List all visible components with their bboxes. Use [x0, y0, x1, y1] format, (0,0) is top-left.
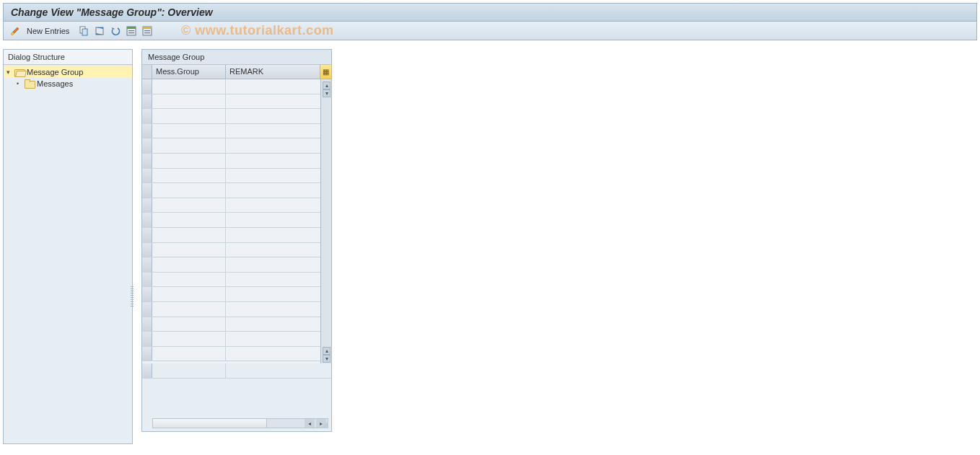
row-selector[interactable]: [142, 124, 152, 138]
grid-cell[interactable]: [226, 332, 320, 346]
grid-cell[interactable]: [226, 302, 320, 317]
row-selector[interactable]: [142, 243, 152, 257]
table-row[interactable]: [142, 228, 320, 243]
table-row[interactable]: [142, 79, 320, 94]
tree-collapse-icon[interactable]: ▾: [6, 69, 12, 76]
row-selector[interactable]: [142, 228, 152, 242]
copy-as-button[interactable]: [76, 24, 91, 38]
table-row[interactable]: [142, 154, 320, 169]
row-selector[interactable]: [142, 363, 152, 378]
row-selector[interactable]: [142, 257, 152, 272]
scroll-thumb[interactable]: [153, 419, 267, 428]
scroll-down-button[interactable]: ▾: [323, 89, 331, 97]
table-row[interactable]: [142, 273, 320, 288]
table-row[interactable]: [142, 183, 320, 198]
tree-node-message-group[interactable]: ▾ Message Group: [4, 66, 132, 78]
grid-cell[interactable]: [226, 94, 320, 109]
grid-cell[interactable]: [152, 273, 226, 287]
table-row[interactable]: [142, 109, 320, 124]
row-selector[interactable]: [142, 213, 152, 227]
grid-cell[interactable]: [152, 302, 226, 317]
grid-cell[interactable]: [152, 317, 226, 332]
grid-cell[interactable]: [226, 124, 320, 138]
grid-cell[interactable]: [226, 138, 320, 153]
grid-cell[interactable]: [226, 79, 320, 94]
grid-cell[interactable]: [152, 79, 226, 94]
scroll-up-button-2[interactable]: ▴: [323, 347, 331, 355]
grid-cell[interactable]: [152, 363, 226, 378]
grid-cell[interactable]: [226, 347, 320, 361]
horizontal-scrollbar[interactable]: ◂ ▸: [152, 418, 328, 428]
undo-button[interactable]: [108, 24, 123, 38]
scroll-left-button[interactable]: ◂: [305, 419, 315, 428]
table-row[interactable]: [142, 94, 320, 110]
row-selector-header[interactable]: [142, 65, 152, 79]
grid-cell[interactable]: [152, 243, 226, 257]
table-row[interactable]: [142, 332, 320, 347]
table-row[interactable]: [142, 213, 320, 228]
grid-cell[interactable]: [152, 154, 226, 168]
row-selector[interactable]: [142, 347, 152, 361]
row-selector[interactable]: [142, 332, 152, 346]
grid-cell[interactable]: [226, 287, 320, 301]
grid-cell[interactable]: [226, 213, 320, 227]
row-selector[interactable]: [142, 302, 152, 317]
grid-cell[interactable]: [152, 332, 226, 346]
grid-cell[interactable]: [152, 347, 226, 361]
grid-cell[interactable]: [226, 257, 320, 272]
row-selector[interactable]: [142, 198, 152, 213]
grid-cell[interactable]: [226, 317, 320, 332]
table-row[interactable]: [142, 169, 320, 184]
grid-cell[interactable]: [152, 257, 226, 272]
grid-cell[interactable]: [226, 243, 320, 257]
row-selector[interactable]: [142, 169, 152, 183]
grid-cell[interactable]: [226, 154, 320, 168]
row-selector[interactable]: [142, 138, 152, 153]
grid-cell[interactable]: [152, 124, 226, 138]
grid-cell[interactable]: [226, 198, 320, 213]
new-entries-button[interactable]: New Entries: [24, 24, 75, 38]
row-selector[interactable]: [142, 79, 152, 94]
grid-cell[interactable]: [226, 109, 320, 123]
grid-cell[interactable]: [152, 94, 226, 109]
splitter-handle[interactable]: [131, 286, 134, 306]
resize-handle-icon[interactable]: [321, 421, 328, 428]
grid-cell[interactable]: [152, 198, 226, 213]
table-row[interactable]: [142, 124, 320, 139]
grid-cell[interactable]: [152, 213, 226, 227]
grid-cell[interactable]: [152, 109, 226, 123]
row-selector[interactable]: [142, 183, 152, 198]
data-grid[interactable]: Mess.Group REMARK: [142, 65, 320, 363]
select-all-button[interactable]: [124, 24, 139, 38]
grid-cell[interactable]: [152, 287, 226, 301]
row-selector[interactable]: [142, 109, 152, 123]
grid-cell[interactable]: [152, 228, 226, 242]
grid-cell[interactable]: [226, 169, 320, 183]
column-header-remark[interactable]: REMARK: [226, 65, 320, 79]
table-row[interactable]: [142, 347, 320, 362]
table-row[interactable]: [142, 198, 320, 213]
row-selector[interactable]: [142, 273, 152, 287]
deselect-all-button[interactable]: [140, 24, 154, 38]
delete-button[interactable]: [92, 24, 107, 38]
grid-cell[interactable]: [152, 183, 226, 198]
row-selector[interactable]: [142, 287, 152, 301]
grid-cell[interactable]: [226, 183, 320, 198]
table-settings-button[interactable]: ▦: [320, 65, 331, 79]
row-selector[interactable]: [142, 94, 152, 109]
column-header-mess-group[interactable]: Mess.Group: [152, 65, 226, 79]
grid-cell[interactable]: [226, 363, 331, 378]
tree-node-messages[interactable]: • Messages: [4, 78, 132, 89]
grid-cell[interactable]: [226, 273, 320, 287]
grid-cell[interactable]: [152, 138, 226, 153]
toggle-view-button[interactable]: [8, 24, 22, 38]
table-row[interactable]: [142, 302, 320, 317]
grid-cell[interactable]: [226, 228, 320, 242]
table-row[interactable]: [142, 287, 320, 302]
grid-cell[interactable]: [152, 169, 226, 183]
row-selector[interactable]: [142, 154, 152, 168]
table-row[interactable]: [142, 317, 320, 332]
table-row[interactable]: [142, 138, 320, 154]
table-row[interactable]: [142, 243, 320, 258]
scroll-up-button[interactable]: ▴: [323, 81, 331, 89]
